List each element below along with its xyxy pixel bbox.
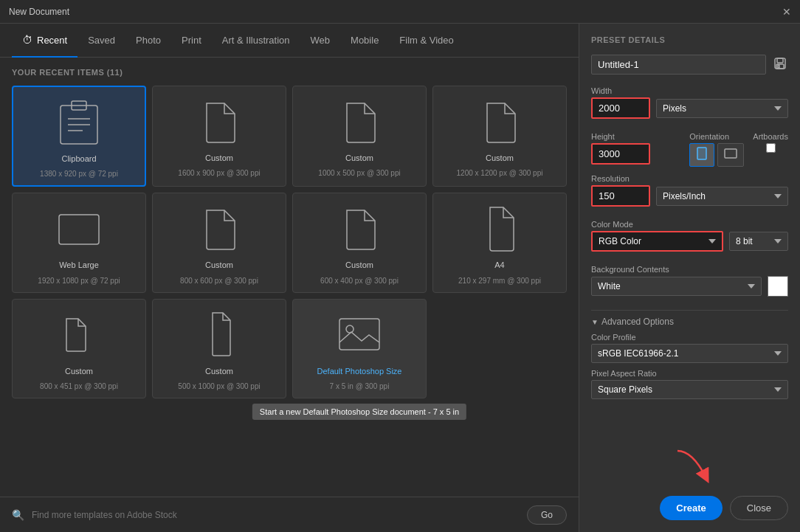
document-icon [190, 308, 249, 360]
list-item[interactable]: Clipboard 1380 x 920 px @ 72 ppi [12, 86, 146, 187]
color-mode-section: Color Mode RGB Color CMYK Color Grayscal… [591, 220, 788, 258]
resolution-row: Pixels/Inch Pixels/Centimeter [591, 185, 788, 207]
document-icon [190, 95, 249, 147]
bit-depth-select[interactable]: 8 bit 16 bit 32 bit [729, 232, 788, 251]
item-name: Custom [65, 366, 93, 376]
color-mode-row: RGB Color CMYK Color Grayscale Lab Color… [591, 231, 788, 252]
item-name: Custom [205, 153, 233, 163]
clock-icon: ⏱ [22, 34, 32, 46]
advanced-toggle[interactable]: ▼ Advanced Options [591, 317, 788, 327]
portrait-button[interactable] [689, 143, 714, 167]
item-sub: 500 x 1000 px @ 300 ppi [178, 382, 260, 390]
title-bar: New Document ✕ [0, 0, 800, 24]
list-item[interactable]: Custom 1000 x 500 px @ 300 ppi [292, 86, 427, 187]
svg-rect-9 [777, 58, 783, 63]
close-button[interactable]: Close [730, 496, 788, 520]
items-grid: Clipboard 1380 x 920 px @ 72 ppi Custom … [12, 86, 567, 398]
item-sub: 800 x 600 px @ 300 ppi [180, 277, 258, 285]
item-name: Clipboard [61, 153, 96, 164]
grid-container: Clipboard 1380 x 920 px @ 72 ppi Custom … [0, 83, 579, 497]
svg-rect-6 [339, 319, 379, 350]
orientation-group [689, 143, 744, 167]
resolution-section: Resolution Pixels/Inch Pixels/Centimeter [591, 174, 788, 213]
go-button[interactable]: Go [527, 505, 567, 525]
tab-print[interactable]: Print [171, 24, 212, 58]
color-profile-label: Color Profile [591, 333, 788, 342]
left-panel: ⏱ Recent Saved Photo Print Art & Illustr… [0, 24, 579, 532]
width-input[interactable] [591, 97, 650, 119]
svg-point-7 [346, 325, 354, 333]
bg-select[interactable]: White Black Background Color Transparent… [591, 277, 762, 296]
resolution-input[interactable] [591, 185, 650, 207]
width-section: Width Pixels Inches Centimeters Millimet… [591, 86, 788, 125]
list-item[interactable]: Custom 800 x 600 px @ 300 ppi [152, 193, 286, 292]
create-button[interactable]: Create [660, 496, 722, 520]
item-name: Custom [345, 153, 373, 163]
window-close-button[interactable]: ✕ [782, 6, 791, 18]
pixel-ratio-label: Pixel Aspect Ratio [591, 369, 788, 378]
item-sub: 210 x 297 mm @ 300 ppi [458, 277, 541, 285]
item-sub: 1200 x 1200 px @ 300 ppi [457, 169, 543, 177]
list-item[interactable]: A4 210 x 297 mm @ 300 ppi [432, 193, 567, 292]
item-sub: 7 x 5 in @ 300 ppi [330, 382, 390, 390]
item-name: Custom [205, 260, 233, 270]
save-preset-button[interactable] [772, 55, 788, 75]
search-icon: 🔍 [12, 509, 24, 521]
document-icon [190, 202, 249, 254]
search-input[interactable] [32, 510, 520, 520]
tab-saved[interactable]: Saved [77, 24, 125, 58]
tooltip-text: Start a new Default Photoshop Size docum… [252, 404, 466, 420]
bottom-buttons: Create Close [591, 488, 788, 520]
color-mode-label: Color Mode [591, 220, 788, 229]
list-item[interactable]: Custom 1200 x 1200 px @ 300 ppi [432, 86, 567, 187]
right-panel: PRESET DETAILS Width Pixels Inches [579, 24, 800, 532]
item-sub: 1380 x 920 px @ 72 ppi [40, 170, 118, 178]
height-input[interactable] [591, 143, 650, 165]
tab-film[interactable]: Film & Video [389, 24, 463, 58]
item-name: Custom [205, 366, 233, 376]
list-item[interactable]: Custom 1600 x 900 px @ 300 ppi [152, 86, 286, 187]
resolution-label: Resolution [591, 174, 788, 183]
list-item[interactable]: Custom 800 x 451 px @ 300 ppi [12, 299, 146, 398]
list-item[interactable]: Custom 600 x 400 px @ 300 ppi [292, 193, 427, 292]
item-sub: 1000 x 500 px @ 300 ppi [318, 169, 400, 177]
orientation-label: Orientation [689, 132, 744, 141]
tab-art[interactable]: Art & Illustration [212, 24, 300, 58]
color-mode-select[interactable]: RGB Color CMYK Color Grayscale Lab Color… [591, 231, 723, 252]
svg-rect-13 [725, 149, 737, 158]
item-name: Web Large [59, 260, 99, 270]
list-item[interactable]: Custom 500 x 1000 px @ 300 ppi [152, 299, 286, 398]
window-title: New Document [9, 7, 69, 17]
width-row: Pixels Inches Centimeters Millimeters [591, 97, 788, 119]
preset-name-input[interactable] [591, 55, 766, 75]
recent-section-label: YOUR RECENT ITEMS (11) [0, 58, 579, 83]
document-icon [330, 95, 389, 147]
search-bar: 🔍 Go [0, 497, 579, 532]
tab-web[interactable]: Web [300, 24, 341, 58]
bg-section: Background Contents White Black Backgrou… [591, 265, 788, 297]
artboards-checkbox[interactable] [766, 143, 776, 153]
list-item[interactable]: Default Photoshop Size 7 x 5 in @ 300 pp… [292, 299, 427, 398]
tab-mobile[interactable]: Mobile [340, 24, 389, 58]
resolution-unit-select[interactable]: Pixels/Inch Pixels/Centimeter [656, 187, 788, 206]
bg-color-swatch[interactable] [768, 276, 788, 297]
item-sub: 1920 x 1080 px @ 72 ppi [38, 277, 120, 285]
height-label: Height [591, 132, 680, 141]
document-icon [470, 202, 529, 254]
width-unit-select[interactable]: Pixels Inches Centimeters Millimeters [656, 99, 788, 118]
artboards-section: Artboards [753, 132, 788, 153]
svg-rect-11 [778, 65, 779, 68]
landscape-button[interactable] [717, 143, 744, 167]
main-container: ⏱ Recent Saved Photo Print Art & Illustr… [0, 24, 800, 532]
document-icon [49, 202, 108, 254]
tab-recent[interactable]: ⏱ Recent [12, 24, 77, 58]
item-sub: 800 x 451 px @ 300 ppi [40, 382, 118, 390]
tabs-bar: ⏱ Recent Saved Photo Print Art & Illustr… [0, 24, 579, 58]
item-sub: 1600 x 900 px @ 300 ppi [178, 169, 260, 177]
bg-label: Background Contents [591, 265, 788, 274]
image-icon [330, 308, 389, 360]
list-item[interactable]: Web Large 1920 x 1080 px @ 72 ppi [12, 193, 146, 292]
color-profile-select[interactable]: sRGB IEC61966-2.1 Adobe RGB (1998) ProPh… [591, 344, 788, 363]
tab-photo[interactable]: Photo [125, 24, 171, 58]
pixel-ratio-select[interactable]: Square Pixels D1/DV NTSC (0.91) D1/DV PA… [591, 380, 788, 399]
